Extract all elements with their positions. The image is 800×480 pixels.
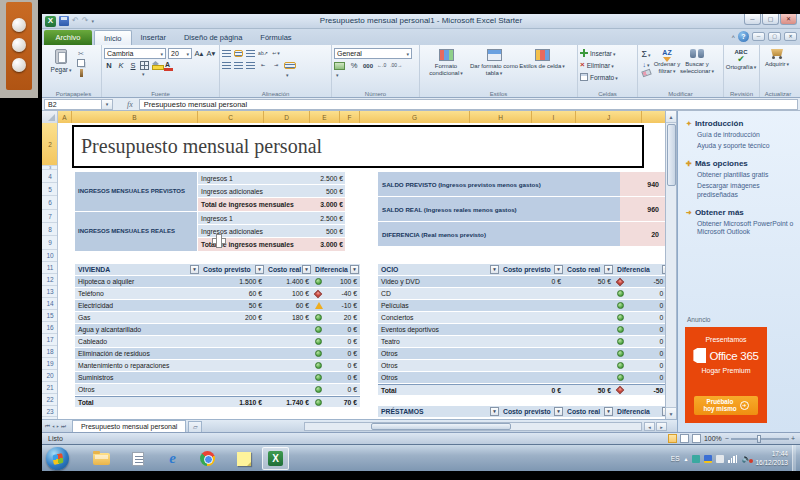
show-desktop-button[interactable] [792, 445, 796, 471]
cell-costo-previsto[interactable] [500, 336, 564, 348]
table-row[interactable]: Electricidad 50 € 60 € -10 € [75, 300, 360, 312]
income-reales-label[interactable]: INGRESOS MENSUALES REALES [75, 212, 198, 252]
ribbon-tab[interactable]: Fórmulas [251, 30, 300, 45]
cell-costo-previsto[interactable] [200, 360, 265, 372]
table-row[interactable]: Otros 0 € [75, 384, 360, 396]
column-header[interactable]: E [310, 111, 340, 123]
ocio-total-row[interactable]: Total 0 € 50 € -50 € [378, 384, 672, 396]
cell-concepto[interactable]: Eventos deportivos [378, 324, 500, 336]
filter-icon[interactable] [490, 265, 499, 274]
table-row[interactable]: Agua y alcantarillado 0 € [75, 324, 360, 336]
workbook-close-button[interactable]: ✕ [784, 32, 797, 41]
table-row[interactable]: Conciertos 0 € [378, 312, 672, 324]
zoom-in-icon[interactable]: + [791, 435, 795, 442]
cell-costo-real[interactable]: 1.400 € [265, 276, 312, 288]
filter-icon[interactable] [190, 265, 199, 274]
sort-filter-button[interactable]: AZ Ordenar y filtrar [652, 47, 682, 87]
cell-costo-real[interactable] [564, 372, 614, 384]
cell-diferencia[interactable]: 0 € [614, 288, 672, 300]
cell-diferencia[interactable]: 0 € [614, 324, 672, 336]
network-icon[interactable] [728, 455, 737, 463]
cell-costo-real[interactable]: 180 € [265, 312, 312, 324]
row-header[interactable]: 19 [42, 358, 58, 370]
cell-costo-previsto[interactable] [200, 372, 265, 384]
minimize-button[interactable]: ─ [744, 14, 761, 25]
font-size-select[interactable]: 20 [168, 48, 192, 59]
column-header[interactable]: D [264, 111, 310, 123]
cell-concepto[interactable]: Mantenimiento o reparaciones [75, 360, 200, 372]
cell-diferencia[interactable]: 0 € [614, 360, 672, 372]
selected-title-cell[interactable]: Presupuesto mensual personal [72, 125, 644, 168]
filter-icon[interactable] [604, 265, 613, 274]
row-header[interactable]: 12 [42, 274, 58, 286]
ribbon-tab[interactable]: Insertar [132, 30, 175, 45]
cell-costo-real[interactable]: 60 € [265, 300, 312, 312]
number-format-select[interactable]: General [334, 48, 412, 59]
cell-diferencia[interactable]: 0 € [614, 312, 672, 324]
summary-row[interactable]: SALDO REAL (Ingresos reales menos gastos… [378, 197, 668, 222]
cell-costo-previsto[interactable] [500, 348, 564, 360]
cell-costo-previsto[interactable]: 1.500 € [200, 276, 265, 288]
spelling-button[interactable]: ABC ✔ Ortografía [726, 47, 756, 87]
filter-icon[interactable] [350, 265, 359, 274]
cell-costo-previsto[interactable]: 60 € [200, 288, 265, 300]
cell-costo-previsto[interactable] [500, 288, 564, 300]
cell-costo-previsto[interactable]: 0 € [500, 276, 564, 288]
cell-concepto[interactable]: Teléfono [75, 288, 200, 300]
taskbar-excel-active[interactable]: X [262, 447, 289, 470]
cell-concepto[interactable]: Eliminación de residuos [75, 348, 200, 360]
cell-costo-real[interactable] [564, 348, 614, 360]
fill-icon[interactable]: ↓ [642, 61, 649, 68]
table-row[interactable]: Otros 0 € [378, 360, 672, 372]
wrap-text-icon[interactable]: ↩ [271, 48, 281, 59]
cell-concepto[interactable]: CD [378, 288, 500, 300]
cell-diferencia[interactable]: 0 € [614, 348, 672, 360]
comma-format-button[interactable]: 000 [363, 60, 373, 71]
row-header[interactable]: 20 [42, 370, 58, 382]
align-center-icon[interactable] [234, 62, 243, 69]
close-button[interactable]: ✕ [780, 14, 797, 25]
help-icon[interactable]: ? [738, 31, 749, 42]
zoom-slider[interactable]: − + [725, 435, 795, 442]
summary-row[interactable]: SALDO PREVISTO (Ingresos previstos menos… [378, 172, 668, 197]
cell-diferencia[interactable]: 0 € [312, 324, 360, 336]
vertical-scroll-thumb[interactable] [667, 124, 676, 186]
minimize-ribbon-icon[interactable]: ˄ [731, 34, 735, 40]
select-all-corner[interactable] [42, 111, 58, 123]
tray-shield-icon[interactable] [704, 455, 712, 463]
sheet-nav-icons[interactable]: ⏮◂▸⏭ [45, 423, 68, 430]
filter-icon[interactable] [302, 265, 311, 274]
borders-icon[interactable] [140, 61, 149, 70]
orientation-icon[interactable]: ab↗ [258, 48, 268, 59]
font-name-select[interactable]: Cambria [104, 48, 166, 59]
ribbon-tabs[interactable]: InicioInsertarDiseño de páginaFórmulas [94, 30, 301, 45]
cell-concepto[interactable]: Agua y alcantarillado [75, 324, 200, 336]
table-row[interactable]: Cableado 0 € [75, 336, 360, 348]
table-row[interactable]: Otros 0 € [378, 348, 672, 360]
cell-costo-previsto[interactable] [200, 336, 265, 348]
table-row[interactable]: Teatro 0 € [378, 336, 672, 348]
row-header[interactable]: 13 [42, 286, 58, 298]
row-header[interactable]: 17 [42, 334, 58, 346]
row-header[interactable]: 22 [42, 394, 58, 406]
row-header[interactable]: 10 [42, 250, 58, 262]
cell-costo-real[interactable] [564, 324, 614, 336]
cell-diferencia[interactable]: 0 € [312, 384, 360, 396]
insert-cells-button[interactable]: Insertar [580, 47, 635, 59]
office365-ad[interactable]: Presentamos Office 365 Hogar Premium Pru… [685, 327, 767, 423]
table-row[interactable]: Video y DVD 0 € 50 € -50 € [378, 276, 672, 288]
cell-concepto[interactable]: Gas [75, 312, 200, 324]
align-left-icon[interactable] [222, 62, 231, 69]
language-indicator[interactable]: ES [671, 455, 680, 462]
cell-diferencia[interactable]: 0 € [312, 336, 360, 348]
tray-device-icon[interactable] [716, 455, 724, 463]
income-total-row[interactable]: Total de ingresos mensuales 3.000 € [198, 198, 345, 212]
taskbar-internet-explorer[interactable]: e [159, 447, 186, 470]
autosum-icon[interactable]: Σ [641, 50, 650, 59]
layout-view-icon[interactable] [680, 434, 689, 443]
format-cells-button[interactable]: Formato [580, 71, 635, 83]
window-controls[interactable]: ─ ▢ ✕ [744, 14, 797, 25]
filter-icon[interactable] [490, 407, 499, 416]
column-header[interactable]: C [198, 111, 264, 123]
cell-costo-real[interactable] [265, 324, 312, 336]
